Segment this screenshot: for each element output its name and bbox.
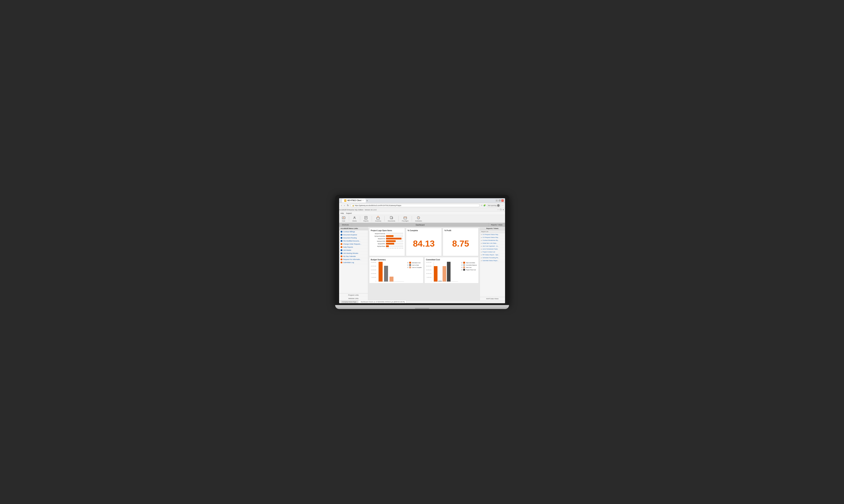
bar-label-submittals: MyOpenSubmittals bbox=[371, 235, 385, 237]
committed-cost-title: Committed Cost bbox=[426, 259, 477, 261]
report-item-1[interactable]: ▶ CO Request Status Rep... bbox=[480, 233, 505, 236]
report-item-9[interactable]: ▶ Schedule Forcasting Re... bbox=[480, 256, 505, 259]
dashboard-area: Project Logs Open Items MyOpenCloseouts … bbox=[368, 227, 480, 300]
report-item-7[interactable]: ▶ Project Contact List bbox=[480, 251, 505, 253]
menu-support[interactable]: Support bbox=[346, 212, 352, 214]
menu-bar: Help Support bbox=[339, 212, 505, 215]
sidebar-item-file-modified[interactable]: File Modified Docume... bbox=[339, 239, 368, 242]
website-links-btn[interactable]: Website Links bbox=[339, 297, 368, 300]
status-tab-dashboard[interactable]: Dashboard Charts as of 02/24/2021 05:50:… bbox=[359, 301, 406, 303]
project-logs-chart: MyOpenCloseouts MyOpenSubmittals MyOpenC… bbox=[371, 233, 403, 247]
bar-track-cors bbox=[386, 240, 403, 242]
sidebar-item-document-routing[interactable]: Document Routing bbox=[339, 236, 368, 239]
new-tab-button[interactable]: + bbox=[367, 199, 368, 202]
sidebar-item-change-order[interactable]: Change Order Request... bbox=[339, 242, 368, 246]
toolbar-projmgmt[interactable]: Proj Mgmt bbox=[401, 215, 409, 222]
toolbar-cost[interactable]: Cost bbox=[340, 215, 347, 222]
bookmark-btn[interactable]: ☆ bbox=[481, 204, 482, 206]
report-item-8[interactable]: ▶ RFI Status Report - Ope... bbox=[480, 253, 505, 256]
toolbar-reports[interactable]: Reports bbox=[362, 215, 370, 222]
close-btn[interactable]: ✕ bbox=[502, 199, 504, 202]
sidebar-item-my-day[interactable]: My Day Calendar bbox=[339, 255, 368, 258]
toolbar-schedules[interactable]: Schedules bbox=[414, 215, 423, 222]
sidebar-item-daily-reports[interactable]: Daily Reports bbox=[339, 246, 368, 249]
bar-fill-submittals bbox=[386, 235, 394, 237]
report-item-2[interactable]: ▶ CO Request Status Rep... bbox=[480, 236, 505, 239]
legend-cost-to-date: ☑ Cost to Date bbox=[407, 264, 422, 266]
reports-views-tab[interactable]: Reports / Views bbox=[488, 223, 505, 227]
refresh-button[interactable]: ↻ bbox=[346, 204, 349, 207]
laptop-base bbox=[335, 305, 509, 309]
budget-y-axis: 25,000,000 20,000,000 15,000,000 10,000,… bbox=[371, 262, 377, 282]
sidebar-icon-rfi bbox=[340, 258, 342, 260]
url-bar[interactable]: 🔒 https://gateway.accubuildcloud.com/RAS… bbox=[351, 204, 480, 207]
report-item-10[interactable]: ▶ Submittal Status Repor... bbox=[480, 259, 505, 262]
sidebar-item-submittals[interactable]: Submittals Log bbox=[339, 261, 368, 264]
dashboard-tab[interactable]: Dashboard bbox=[352, 223, 488, 227]
bar-fill-rfis bbox=[386, 243, 394, 245]
forward-button[interactable]: › bbox=[344, 204, 345, 207]
more-options-btn[interactable]: ⋯ bbox=[502, 204, 504, 206]
committed-bars bbox=[434, 262, 458, 282]
cost-label: Cost bbox=[342, 220, 345, 222]
browser-titlebar: AB AB HTML5 Client × + − ❐ ✕ bbox=[339, 198, 505, 203]
budget-summary-card: Budget Summary 25,000,000 20,000,000 15,… bbox=[369, 257, 423, 283]
toolbar-sep-4 bbox=[384, 216, 385, 221]
minimize-btn[interactable]: − bbox=[496, 199, 498, 202]
app-close-btn[interactable]: ✕ bbox=[503, 209, 504, 211]
tab-close-btn[interactable]: × bbox=[363, 199, 364, 201]
svg-point-1 bbox=[354, 217, 355, 218]
sync-status[interactable]: Not syncing bbox=[487, 204, 501, 207]
budget-bar-cost-to-date bbox=[384, 266, 388, 282]
percent-profit-card: % Profit 8.75 bbox=[443, 228, 478, 256]
browser-tab[interactable]: AB AB HTML5 Client × bbox=[342, 199, 366, 202]
report-bullet-10: ▶ bbox=[481, 260, 482, 262]
menu-help[interactable]: Help bbox=[340, 212, 344, 214]
sidebar-item-contract-billings[interactable]: Contract Billings bbox=[339, 230, 368, 233]
sidebar-item-job-master[interactable]: Job Master bbox=[339, 249, 368, 252]
bar-track-cos bbox=[386, 238, 403, 239]
legend-swatch-project-final bbox=[463, 269, 465, 271]
tab-title: AB HTML5 Client bbox=[348, 199, 362, 201]
restore-btn[interactable]: ❐ bbox=[498, 199, 501, 202]
sidebar-item-job-meeting[interactable]: Job Meeting Minutes bbox=[339, 252, 368, 255]
cost-icon bbox=[342, 216, 346, 220]
report-bullet-7: ▶ bbox=[481, 251, 482, 253]
sidebar-item-rfi[interactable]: Request For Informatio... bbox=[339, 258, 368, 261]
sidebar-item-document-explorer[interactable]: Document Explorer bbox=[339, 233, 368, 236]
toolbar: Cost Clients Reports bbox=[339, 215, 505, 223]
report-item-4[interactable]: ▶ Detail Item Link Statu... bbox=[480, 242, 505, 245]
lock-icon: 🔒 bbox=[352, 204, 354, 206]
dashboard-top-row: Project Logs Open Items MyOpenCloseouts … bbox=[369, 228, 479, 256]
toolbar-inventory[interactable]: Inventory bbox=[374, 215, 382, 222]
committed-cost-card: Committed Cost 25,000,000 20,000,000 15,… bbox=[424, 257, 479, 283]
legend-total-cost: ☑ Total Cost bbox=[461, 267, 477, 268]
bar-label-cors: MyOpenCORs bbox=[371, 240, 385, 242]
app-min-btn[interactable]: − bbox=[498, 209, 499, 211]
program-links-btn[interactable]: Program Links bbox=[339, 293, 368, 297]
sidebar-icon-document-routing bbox=[340, 237, 342, 239]
extensions-btn[interactable]: 🧩 bbox=[483, 204, 486, 206]
projmgmt-label: Proj Mgmt bbox=[402, 220, 408, 222]
report-item-3[interactable]: ▶ Contract Breakdown By... bbox=[480, 239, 505, 242]
laptop-container: AB AB HTML5 Client × + − ❐ ✕ ‹ › ↻ bbox=[335, 195, 509, 309]
bar-row-tasks: MyOpenTasks bbox=[371, 245, 403, 247]
svg-rect-3 bbox=[376, 217, 380, 219]
report-item-6[interactable]: ▶ List of Scheduled Tasks bbox=[480, 248, 505, 251]
browser-actions: ☆ 🧩 Not syncing ⋯ bbox=[481, 204, 504, 207]
status-tab-home[interactable]: Company Home Page bbox=[340, 301, 358, 303]
documents-icon bbox=[389, 216, 393, 220]
percent-complete-card: % Complete 84.13 bbox=[406, 228, 442, 256]
toolbar-clients[interactable]: Clients bbox=[351, 215, 358, 222]
shortcuts-tab[interactable]: Shortcuts bbox=[339, 223, 352, 227]
bar-axis: 05101520253035404550 bbox=[371, 248, 403, 249]
app-restore-btn[interactable]: ❐ bbox=[500, 209, 502, 211]
back-button[interactable]: ‹ bbox=[340, 204, 342, 207]
report-item-5[interactable]: ▶ Job Cost Capsheet - Jo... bbox=[480, 245, 505, 248]
clients-icon bbox=[353, 216, 356, 220]
bar-label-tasks: MyOpenTasks bbox=[371, 246, 385, 247]
mar-data-views-btn[interactable]: MAR Data Views bbox=[480, 297, 505, 300]
toolbar-documents[interactable]: Documents bbox=[387, 215, 396, 222]
toolbar-sep-2 bbox=[360, 216, 360, 221]
legend-swatch-estimated bbox=[409, 262, 411, 264]
